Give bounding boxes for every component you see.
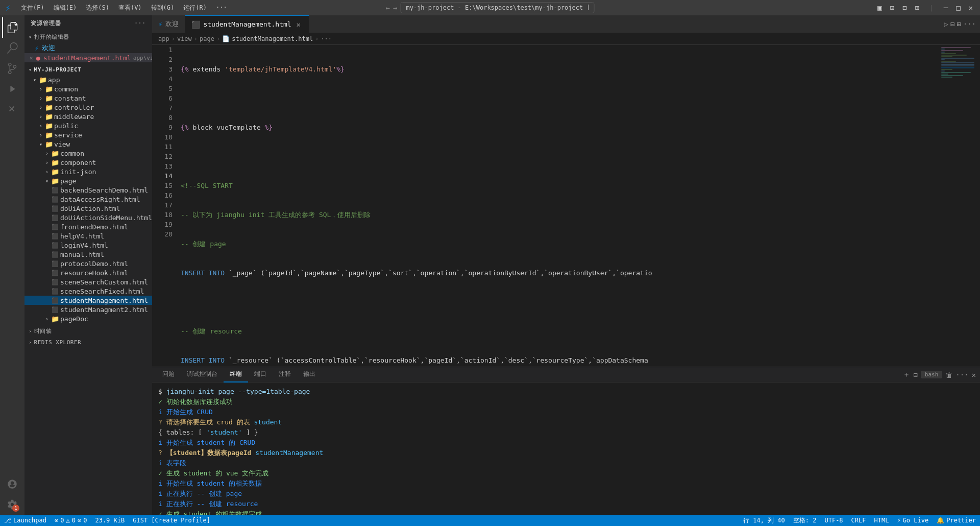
- layout1-icon[interactable]: ⊡: [888, 4, 896, 12]
- panel-tab-problems[interactable]: 问题: [156, 367, 181, 382]
- panel-tab-debug[interactable]: 调试控制台: [181, 367, 224, 382]
- trash-icon[interactable]: 🗑: [945, 371, 952, 379]
- section-redis[interactable]: › REDIS XPLORER: [24, 337, 152, 348]
- section-timeline[interactable]: › 时间轴: [24, 325, 152, 337]
- activity-sourcecontrol-icon[interactable]: [2, 58, 22, 79]
- file-frontenddemo[interactable]: ⬛ frontendDemo.html: [24, 222, 152, 231]
- tree-view-component[interactable]: › 📁 component: [24, 158, 152, 167]
- menu-select[interactable]: 选择(S): [82, 3, 113, 13]
- breadcrumb-view[interactable]: view: [177, 35, 192, 42]
- section-open-editors[interactable]: ▾ 打开的编辑器: [24, 31, 152, 43]
- file-protocoldemo[interactable]: ⬛ protocolDemo.html: [24, 259, 152, 268]
- split-editor-icon[interactable]: ⊟: [950, 20, 954, 28]
- status-encoding[interactable]: UTF-8: [820, 515, 847, 526]
- status-gist[interactable]: GIST [Create Profile]: [129, 515, 214, 526]
- tree-common[interactable]: › 📁 common: [24, 84, 152, 93]
- file-scenesearchfixed[interactable]: ⬛ sceneSearchFixed.html: [24, 286, 152, 296]
- sidebar-toggle-icon[interactable]: ▣: [875, 4, 884, 12]
- tree-view-common[interactable]: › 📁 common: [24, 149, 152, 158]
- activity-run-icon[interactable]: [2, 79, 22, 99]
- menu-more[interactable]: ···: [212, 3, 231, 13]
- status-eol[interactable]: CRLF: [847, 515, 870, 526]
- activity-search-icon[interactable]: [2, 38, 22, 58]
- status-branch[interactable]: ⎇ Launchpad: [0, 515, 51, 526]
- tree-view-initjson[interactable]: › 📁 init-json: [24, 167, 152, 176]
- panel-tab-comments[interactable]: 注释: [273, 367, 297, 382]
- layout2-icon[interactable]: ⊟: [900, 4, 909, 12]
- tab-studentmanagement[interactable]: ⬛ studentManagement.html ✕: [185, 15, 309, 33]
- activity-extensions-icon[interactable]: [2, 99, 22, 119]
- file-helpv4[interactable]: ⬛ helpV4.html: [24, 231, 152, 241]
- warning-count: 0: [72, 517, 76, 524]
- tree-middleware[interactable]: › 📁 middleware: [24, 112, 152, 121]
- status-position[interactable]: 行 14, 列 40: [739, 515, 789, 526]
- panel-tab-output[interactable]: 输出: [297, 367, 322, 382]
- layout3-icon[interactable]: ⊞: [913, 4, 921, 12]
- status-errors[interactable]: ⊗ 0 △ 0 ⊘ 0: [51, 515, 91, 526]
- nav-forward-icon[interactable]: →: [393, 4, 397, 12]
- file-loginv4[interactable]: ⬛ loginV4.html: [24, 241, 152, 250]
- run-icon[interactable]: ▷: [944, 20, 948, 28]
- file-resourceholder[interactable]: ⬛ resourceHook.html: [24, 268, 152, 277]
- status-spaces[interactable]: 空格: 2: [789, 515, 821, 526]
- tree-controller[interactable]: › 📁 controller: [24, 103, 152, 112]
- terminal-content[interactable]: $ jianghu-init page --type=1table-page ✓…: [152, 382, 980, 515]
- menu-goto[interactable]: 转到(G): [147, 3, 179, 13]
- activity-settings-icon[interactable]: 1: [2, 494, 22, 515]
- file-dataaccess[interactable]: ⬛ dataAccessRight.html: [24, 195, 152, 204]
- panel-tab-ports[interactable]: 端口: [248, 367, 273, 382]
- breadcrumb-more[interactable]: ···: [321, 35, 332, 42]
- activity-explorer-icon[interactable]: [2, 17, 22, 38]
- breadcrumb-file-icon: 📄: [222, 35, 230, 42]
- breadcrumb-file[interactable]: studentManagement.html: [232, 35, 313, 42]
- menu-file[interactable]: 文件(F): [17, 3, 48, 13]
- section-project[interactable]: ▾ MY-JH-PROJECT: [24, 64, 152, 75]
- breadcrumb-page[interactable]: page: [200, 35, 214, 42]
- status-prettier[interactable]: 🔔 Prettier: [933, 515, 980, 526]
- tab-welcome[interactable]: ⚡ 欢迎: [152, 15, 185, 33]
- tree-pagedoc[interactable]: › 📁 pageDoc: [24, 314, 152, 323]
- more-icon[interactable]: ···: [955, 371, 968, 379]
- filesize-label: 23.9 KiB: [95, 517, 125, 524]
- close-icon[interactable]: ✕: [967, 4, 975, 12]
- tree-constant[interactable]: › 📁 constant: [24, 93, 152, 103]
- activity-account-icon[interactable]: [2, 474, 22, 494]
- status-golive[interactable]: ⚡ Go Live: [893, 515, 933, 526]
- tree-app[interactable]: ▾ 📁 app: [24, 75, 152, 84]
- close-file-icon[interactable]: ✕: [29, 55, 34, 61]
- tree-label: sceneSearchCustom.html: [59, 278, 148, 286]
- menu-edit[interactable]: 编辑(E): [50, 3, 81, 13]
- nav-back-icon[interactable]: ←: [386, 4, 390, 12]
- status-filesize[interactable]: 23.9 KiB: [91, 515, 129, 526]
- open-file-welcome[interactable]: ⚡ 欢迎: [24, 43, 152, 53]
- file-manual[interactable]: ⬛ manual.html: [24, 250, 152, 259]
- minimize-icon[interactable]: ─: [942, 4, 950, 12]
- status-language[interactable]: HTML: [870, 515, 893, 526]
- split-terminal-icon[interactable]: ⊟: [913, 371, 917, 379]
- titlebar-search-input[interactable]: [400, 2, 594, 13]
- file-douiaction[interactable]: ⬛ doUiAction.html: [24, 204, 152, 213]
- sidebar-content[interactable]: ▾ 打开的编辑器 ⚡ 欢迎 ✕ ● studentManagement.html…: [24, 31, 152, 515]
- tab-close-icon[interactable]: ✕: [295, 20, 303, 29]
- maximize-icon[interactable]: □: [954, 4, 962, 12]
- split-editor2-icon[interactable]: ⊞: [957, 20, 961, 28]
- editor-container[interactable]: 1 2 3 4 5 6 7 8 9 10 11 12 13 14 15 16 1: [152, 45, 939, 367]
- tree-service[interactable]: › 📁 service: [24, 130, 152, 139]
- breadcrumb-app[interactable]: app: [158, 35, 169, 42]
- menu-run[interactable]: 运行(R): [179, 3, 211, 13]
- more-actions-icon[interactable]: ···: [963, 20, 976, 28]
- file-scenesearchcustom[interactable]: ⬛ sceneSearchCustom.html: [24, 277, 152, 286]
- menu-view[interactable]: 查看(V): [114, 3, 146, 13]
- file-studentmanagement[interactable]: ⬛ studentManagement.html: [24, 296, 152, 305]
- file-backendsearch[interactable]: ⬛ backendSearchDemo.html: [24, 185, 152, 195]
- file-studentmanagement2[interactable]: ⬛ studentManagment2.html: [24, 305, 152, 314]
- tree-view-page[interactable]: ▾ 📁 page: [24, 176, 152, 185]
- sidebar-more-icon[interactable]: ···: [134, 20, 146, 27]
- open-file-student[interactable]: ✕ ● studentManagement.html app\view\page: [24, 53, 152, 62]
- add-terminal-icon[interactable]: ＋: [903, 370, 910, 379]
- tree-public[interactable]: › 📁 public: [24, 121, 152, 130]
- close-panel-icon[interactable]: ✕: [972, 371, 976, 379]
- file-douiactionsidemenu[interactable]: ⬛ doUiActionSideMenu.html: [24, 213, 152, 222]
- panel-tab-terminal[interactable]: 终端: [224, 367, 248, 382]
- tree-view[interactable]: ▾ 📁 view: [24, 139, 152, 149]
